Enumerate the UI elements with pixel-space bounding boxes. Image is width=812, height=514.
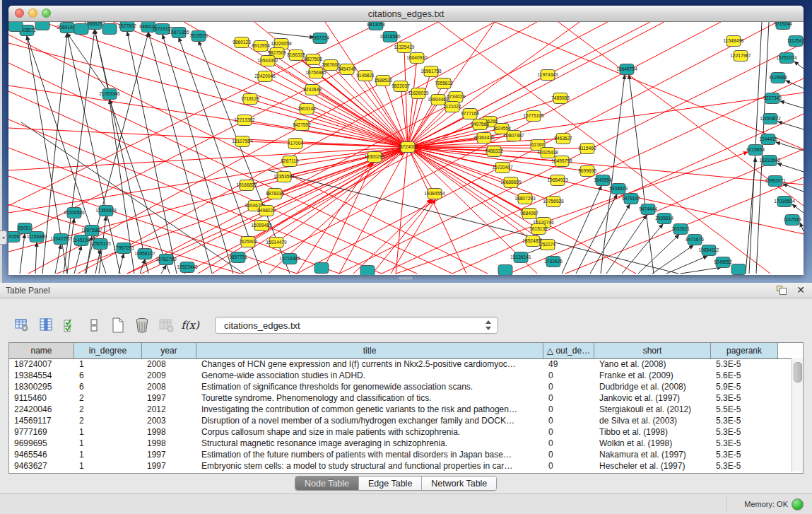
table-cell[interactable]: 1	[74, 449, 142, 460]
table-cell[interactable]: 0	[543, 438, 594, 449]
table-cell[interactable]: 49	[543, 358, 594, 370]
table-cell[interactable]: Embryonic stem cells: a model to study s…	[196, 460, 543, 472]
graph-node[interactable]: 9129966	[769, 73, 787, 83]
graph-node[interactable]: 9857791	[229, 252, 247, 263]
graph-node[interactable]: 12923448	[177, 262, 198, 273]
table-cell[interactable]: 5.5E-5	[711, 404, 778, 415]
graph-node[interactable]: 10807487	[503, 131, 524, 141]
column-header-year[interactable]: year	[142, 343, 196, 358]
network-graph[interactable]: 1872400724055722069140610655257152760264…	[8, 22, 804, 275]
column-header-pagerank[interactable]: pagerank	[711, 343, 778, 358]
table-row[interactable]: 1872400712008Changes of HCN gene express…	[9, 358, 792, 370]
graph-node[interactable]: 10854112	[699, 245, 719, 256]
table-cell[interactable]: Tibbo et al. (1998)	[594, 426, 711, 438]
graph-node[interactable]: 12505135	[90, 239, 111, 250]
table-cell[interactable]: Dudbridge et al. (2008)	[594, 381, 711, 392]
graph-node[interactable]: 16782759	[155, 255, 177, 265]
graph-node[interactable]: 9242848	[303, 85, 322, 95]
table-cell[interactable]: Wolkin et al. (1998)	[594, 438, 711, 449]
table-cell[interactable]: Investigating the contribution of common…	[196, 404, 543, 415]
table-cell[interactable]: 1	[74, 438, 142, 449]
table-row[interactable]: 1830029562008Estimation of significance …	[9, 381, 792, 392]
table-cell[interactable]: 2003	[142, 415, 196, 426]
table-cell[interactable]: 5.3E-5	[711, 415, 778, 426]
graph-node[interactable]: 8215953	[746, 145, 765, 156]
table-cell[interactable]: 0	[543, 460, 594, 472]
graph-node[interactable]: 8186328	[287, 50, 305, 61]
graph-node[interactable]: 417004	[288, 139, 303, 149]
graph-node[interactable]: 11974343	[538, 70, 558, 81]
graph-node[interactable]: 6497568	[471, 119, 489, 130]
table-cell[interactable]: 1997	[142, 449, 196, 460]
graph-node[interactable]: 16640910	[406, 53, 428, 64]
table-cell[interactable]: Genome-wide association studies in ADHD.	[196, 370, 543, 381]
table-cell[interactable]: 0	[543, 404, 594, 415]
graph-node[interactable]: 16961758	[420, 66, 442, 77]
column-header-title[interactable]: title	[196, 343, 543, 358]
new-table-icon[interactable]	[109, 316, 127, 334]
graph-node[interactable]: 7485083	[551, 93, 570, 104]
graph-node[interactable]: 11548498	[724, 36, 744, 47]
graph-node[interactable]: 6734023	[447, 92, 465, 103]
table-cell[interactable]: 9777169	[9, 426, 74, 438]
table-cell[interactable]: 9699695	[9, 438, 74, 449]
table-row[interactable]: 946362711997Embryonic stem cells: a mode…	[9, 460, 792, 472]
table-cell[interactable]: 2	[74, 415, 142, 426]
table-cell[interactable]: 1	[74, 460, 142, 472]
graph-node[interactable]	[314, 263, 329, 274]
table-cell[interactable]: 6	[74, 381, 142, 392]
table-cell[interactable]: 6	[74, 370, 142, 381]
table-cell[interactable]: 0	[543, 449, 594, 460]
graph-node[interactable]: 7625402	[239, 237, 257, 247]
table-selector-dropdown[interactable]: citations_edges.txt	[215, 317, 498, 334]
graph-node[interactable]: 16648794	[616, 64, 637, 75]
table-cell[interactable]: Estimation of significance thresholds fo…	[196, 381, 543, 392]
zoom-window-icon[interactable]	[42, 8, 51, 18]
column-header-name[interactable]: name	[9, 343, 74, 358]
close-window-icon[interactable]	[15, 8, 24, 18]
graph-node[interactable]: 17359928	[95, 206, 117, 216]
table-cell[interactable]: 0	[543, 426, 594, 438]
graph-node[interactable]: 5938923	[609, 184, 628, 194]
graph-node[interactable]: 9822037	[392, 81, 410, 92]
graph-node[interactable]: 20206586	[64, 208, 85, 218]
table-cell[interactable]: 9463627	[9, 460, 74, 472]
graph-node[interactable]: 9463627	[554, 134, 572, 144]
scrollbar-thumb[interactable]	[794, 362, 802, 382]
graph-node[interactable]: 9146821	[356, 71, 375, 81]
graph-node[interactable]: 21053346	[99, 89, 120, 100]
graph-node[interactable]: 7515526	[189, 31, 208, 42]
graph-node[interactable]: 12093872	[760, 114, 781, 124]
table-cell[interactable]: Nakamura et al. (1997)	[594, 449, 711, 460]
column-header-in_degree[interactable]: in_degree	[74, 343, 142, 358]
graph-node[interactable]	[102, 24, 117, 35]
table-cell[interactable]: 5.3E-5	[711, 460, 778, 472]
graph-node[interactable]: 9474444	[639, 204, 657, 215]
graph-node[interactable]: 1615132	[529, 224, 548, 235]
table-cell[interactable]: de Silva et al. (2003)	[594, 415, 711, 426]
graph-node[interactable]: 19654923	[547, 175, 568, 186]
table-cell[interactable]: 0	[543, 392, 594, 404]
graph-node[interactable]: 16495798	[551, 156, 572, 167]
graph-node[interactable]: 16671355	[168, 28, 189, 38]
graph-node[interactable]: 15775105	[523, 111, 544, 122]
table-cell[interactable]: 5.3E-5	[711, 358, 778, 370]
graph-node[interactable]: 15136141	[510, 252, 531, 263]
table-cell[interactable]: Tourette syndrome. Phenomenology and cla…	[196, 392, 543, 404]
table-cell[interactable]: Hescheler et al. (1997)	[594, 460, 711, 472]
graph-node[interactable]: 9684067	[520, 209, 539, 219]
float-panel-icon[interactable]	[777, 286, 787, 295]
graph-node[interactable]: 1588520	[374, 76, 392, 86]
table-cell[interactable]: 18724007	[9, 358, 74, 370]
graph-node[interactable]: 1640954	[594, 175, 612, 186]
graph-node[interactable]: 1121022	[443, 102, 461, 112]
graph-node[interactable]: 8267110	[281, 156, 299, 167]
table-cell[interactable]: 22420046	[9, 404, 74, 415]
graph-node[interactable]: 9245652	[714, 257, 732, 268]
graph-node[interactable]: 11156889	[27, 232, 47, 243]
table-cell[interactable]: 1997	[142, 460, 196, 472]
graph-node[interactable]: 8878334	[266, 189, 284, 199]
table-cell[interactable]: 5.9E-5	[711, 381, 778, 392]
graph-node[interactable]: 15992071	[765, 176, 786, 187]
table-row[interactable]: 946554611997Estimation of the future num…	[9, 449, 792, 460]
